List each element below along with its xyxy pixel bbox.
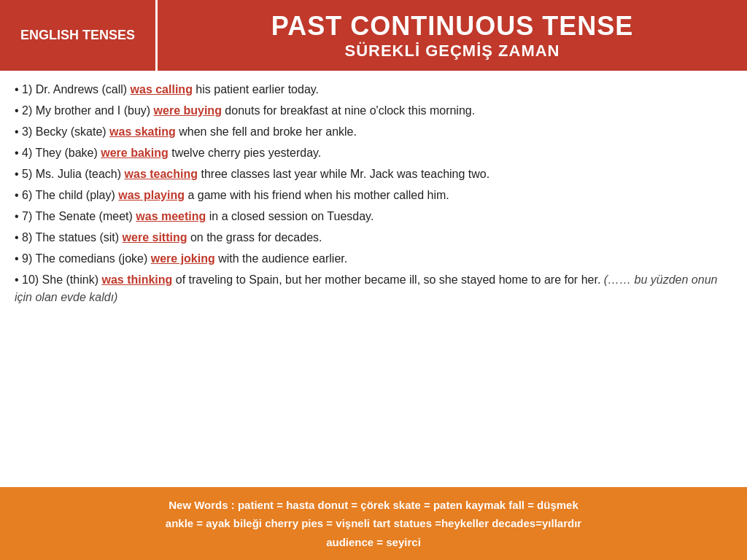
page-title: PAST CONTINUOUS TENSE <box>271 11 633 42</box>
sentence-4: • 4) They (bake) were baking twelve cher… <box>15 144 732 162</box>
answer-9: were joking <box>151 252 215 265</box>
footer: New Words : patient = hasta donut = çöre… <box>0 487 747 561</box>
sentence-1: • 1) Dr. Andrews (call) was calling his … <box>15 81 732 98</box>
footer-line2: ankle = ayak bileği cherry pies = vişnel… <box>15 514 732 533</box>
footer-line3: audience = seyirci <box>15 533 732 552</box>
answer-3: was skating <box>109 125 176 138</box>
content-area: • 1) Dr. Andrews (call) was calling his … <box>0 71 747 316</box>
sentence-7: • 7) The Senate (meet) was meeting in a … <box>15 208 732 225</box>
answer-4: were baking <box>101 147 168 159</box>
sentence-2: • 2) My brother and I (buy) were buying … <box>15 102 732 120</box>
header-right: PAST CONTINUOUS TENSE SÜREKLİ GEÇMİŞ ZAM… <box>158 11 747 61</box>
header-left: ENGLISH TENSES <box>0 0 158 71</box>
header: ENGLISH TENSES PAST CONTINUOUS TENSE SÜR… <box>0 0 747 71</box>
sentence-9: • 9) The comedians (joke) were joking wi… <box>15 250 732 268</box>
answer-2: were buying <box>154 104 222 117</box>
sentence-10: • 10) She (think) was thinking of travel… <box>15 271 732 306</box>
answer-6: was playing <box>118 189 185 201</box>
sentence-5: • 5) Ms. Julia (teach) was teaching thre… <box>15 166 732 183</box>
sentence-3: • 3) Becky (skate) was skating when she … <box>15 123 732 141</box>
english-tenses-label: ENGLISH TENSES <box>15 22 141 49</box>
page-subtitle: SÜREKLİ GEÇMİŞ ZAMAN <box>345 42 560 61</box>
answer-5: was teaching <box>125 168 198 180</box>
sentence-8: • 8) The statues (sit) were sitting on t… <box>15 229 732 246</box>
answer-10: was thinking <box>101 273 172 286</box>
answer-7: was meeting <box>136 210 206 222</box>
answer-8: were sitting <box>123 231 187 244</box>
footer-line1: New Words : patient = hasta donut = çöre… <box>15 496 732 515</box>
sentence-6: • 6) The child (play) was playing a game… <box>15 187 732 204</box>
answer-1: was calling <box>131 83 193 96</box>
